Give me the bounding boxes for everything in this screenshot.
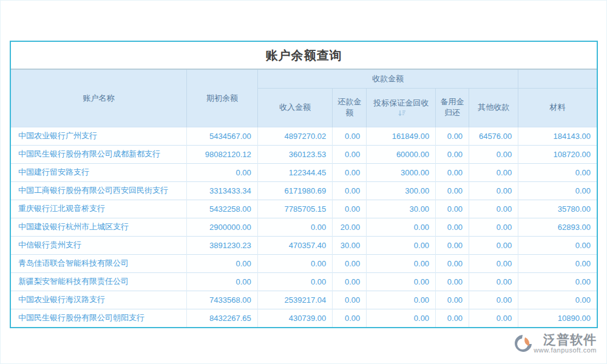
amount-cell: 0.00 (518, 272, 597, 291)
amount-cell: 5434567.00 (187, 127, 258, 145)
account-name-cell: 中国建设银行杭州市上城区支行 (11, 218, 187, 236)
table-row[interactable]: 新疆梨安智能科技有限责任公司0.000.000.000.000.000.000.… (11, 272, 597, 291)
page: 账户余额查询 账户名称 期初余额 收款金额 (0, 0, 607, 364)
amount-cell: 0.00 (469, 236, 518, 254)
amount-cell: 161849.00 (367, 127, 436, 145)
amount-cell: 184143.00 (518, 127, 597, 145)
table-row[interactable]: 中国农业银行海汉路支行7433568.002539217.040.000.000… (11, 291, 597, 309)
account-name-cell: 中国民生银行股份有限公司朝阳支行 (11, 309, 187, 327)
amount-cell: 0.00 (469, 218, 518, 236)
amount-cell: 0.00 (436, 145, 469, 163)
amount-cell: 2900000.00 (187, 218, 258, 236)
amount-cell: 0.00 (469, 309, 518, 327)
amount-cell: 2539217.04 (257, 291, 333, 309)
amount-cell: 122344.45 (257, 163, 333, 181)
amount-cell: 0.00 (436, 218, 469, 236)
table-row[interactable]: 青岛佳语联合智能科技有限公司0.000.000.000.000.000.000.… (11, 254, 597, 272)
amount-cell: 0.00 (436, 200, 469, 218)
amount-cell: 0.00 (187, 163, 258, 181)
amount-cell: 0.00 (333, 254, 367, 272)
sort-amount-icon[interactable] (398, 110, 406, 116)
amount-cell: 0.00 (518, 163, 597, 181)
account-name-cell: 中国农业银行海汉路支行 (11, 291, 187, 309)
amount-cell: 0.00 (469, 200, 518, 218)
amount-cell: 98082120.12 (187, 145, 258, 163)
amount-cell: 0.00 (367, 291, 436, 309)
col-header-income: 收入金额 (257, 89, 333, 127)
amount-cell: 470357.40 (257, 236, 333, 254)
amount-cell: 360123.53 (257, 145, 333, 163)
watermark-brand: 泛普软件 (543, 333, 597, 346)
fanpu-logo-icon (514, 334, 532, 352)
balance-table: 账户名称 期初余额 收款金额 收入金额 还款金额 投标保证金回收 备用金归还 其… (11, 70, 597, 327)
table-row[interactable]: 中国建设银行杭州市上城区支行2900000.000.0020.000.000.0… (11, 218, 597, 236)
amount-cell: 0.00 (436, 127, 469, 145)
watermark-url: www.fanpusoft.com (534, 346, 597, 354)
amount-cell: 0.00 (333, 127, 367, 145)
amount-cell: 0.00 (436, 254, 469, 272)
amount-cell: 0.00 (469, 272, 518, 291)
amount-cell: 0.00 (187, 254, 258, 272)
col-group-receipts: 收款金额 (257, 70, 518, 89)
amount-cell: 0.00 (518, 181, 597, 200)
account-name-cell: 中国建行留安路支行 (11, 163, 187, 181)
table-row[interactable]: 中国民生银行股份有限公司朝阳支行8432267.65430739.000.000… (11, 309, 597, 327)
amount-cell: 0.00 (518, 236, 597, 254)
amount-cell: 0.00 (333, 163, 367, 181)
table-row[interactable]: 中信银行贵州支行3891230.23470357.4030.000.000.00… (11, 236, 597, 254)
amount-cell: 0.00 (469, 254, 518, 272)
amount-cell: 4897270.02 (257, 127, 333, 145)
amount-cell: 0.00 (257, 272, 333, 291)
account-name-cell: 青岛佳语联合智能科技有限公司 (11, 254, 187, 272)
col-header-other-receipts: 其他收款 (469, 89, 518, 127)
amount-cell: 300.00 (367, 181, 436, 200)
amount-cell: 0.00 (333, 272, 367, 291)
account-name-cell: 新疆梨安智能科技有限责任公司 (11, 272, 187, 291)
table-row[interactable]: 中国建行留安路支行0.00122344.450.003000.000.000.0… (11, 163, 597, 181)
amount-cell: 7785705.15 (257, 200, 333, 218)
col-header-repayment: 还款金额 (333, 89, 367, 127)
amount-cell: 64576.00 (469, 127, 518, 145)
col-group-materials-empty (518, 70, 597, 89)
account-name-cell: 重庆银行江北观音桥支行 (11, 200, 187, 218)
table-body: 中国农业银行广州支行5434567.004897270.020.00161849… (11, 127, 597, 327)
table-row[interactable]: 中国工商银行股份有限公司西安回民街支行3313433.346171980.690… (11, 181, 597, 200)
amount-cell: 0.00 (518, 291, 597, 309)
amount-cell: 0.00 (333, 145, 367, 163)
amount-cell: 3891230.23 (187, 236, 258, 254)
amount-cell: 0.00 (436, 309, 469, 327)
amount-cell: 108720.00 (518, 145, 597, 163)
panel-title-bar: 账户余额查询 (11, 42, 597, 70)
col-header-materials: 材料 (518, 89, 597, 127)
amount-cell: 0.00 (367, 236, 436, 254)
page-title: 账户余额查询 (266, 49, 342, 62)
amount-cell: 0.00 (257, 218, 333, 236)
amount-cell: 0.00 (333, 200, 367, 218)
amount-cell: 0.00 (367, 272, 436, 291)
col-header-opening-balance: 期初余额 (187, 70, 258, 127)
amount-cell: 0.00 (367, 218, 436, 236)
watermark-text-block: 泛普软件 www.fanpusoft.com (534, 333, 597, 354)
amount-cell: 0.00 (469, 291, 518, 309)
amount-cell: 35780.00 (518, 200, 597, 218)
table-row[interactable]: 中国农业银行广州支行5434567.004897270.020.00161849… (11, 127, 597, 145)
amount-cell: 0.00 (367, 309, 436, 327)
amount-cell: 30.00 (367, 200, 436, 218)
amount-cell: 6171980.69 (257, 181, 333, 200)
amount-cell: 7433568.00 (187, 291, 258, 309)
col-header-account-name: 账户名称 (11, 70, 187, 127)
amount-cell: 0.00 (518, 254, 597, 272)
amount-cell: 60000.00 (367, 145, 436, 163)
amount-cell: 0.00 (469, 181, 518, 200)
amount-cell: 430739.00 (257, 309, 333, 327)
fanpu-watermark: 泛普软件 www.fanpusoft.com (514, 333, 597, 354)
account-name-cell: 中信银行贵州支行 (11, 236, 187, 254)
account-name-cell: 中国农业银行广州支行 (11, 127, 187, 145)
amount-cell: 0.00 (333, 291, 367, 309)
table-row[interactable]: 中国民生银行股份有限公司成都新都支行98082120.12360123.530.… (11, 145, 597, 163)
amount-cell: 62893.00 (518, 218, 597, 236)
table-row[interactable]: 重庆银行江北观音桥支行5432258.007785705.150.0030.00… (11, 200, 597, 218)
col-header-bid-deposit-recovery[interactable]: 投标保证金回收 (367, 89, 436, 127)
table-header: 账户名称 期初余额 收款金额 收入金额 还款金额 投标保证金回收 备用金归还 其… (11, 70, 597, 127)
amount-cell: 3000.00 (367, 163, 436, 181)
